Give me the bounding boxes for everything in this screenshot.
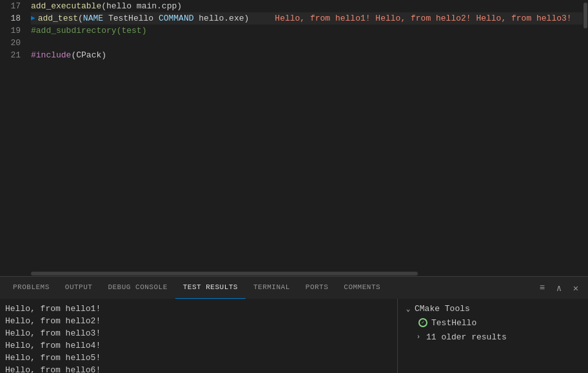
older-results-label: 11 older results: [426, 332, 507, 342]
line-number: 19: [8, 25, 21, 37]
code-line: #add_subdirectory(test): [31, 25, 583, 37]
panel-up-button[interactable]: ∧: [552, 281, 566, 295]
code-content[interactable]: add_executable(hello main.cpp)▶add_test(…: [26, 0, 583, 271]
code-line: #include(CPack): [31, 49, 583, 61]
code-token: (test): [117, 25, 147, 37]
inline-output: Hello, from hello1! Hello, from hello2! …: [275, 12, 571, 25]
panel-right-tree[interactable]: ⌄CMake ToolsTestHello›11 older results: [398, 299, 588, 373]
output-line: Hello, from hello4!: [5, 339, 392, 352]
test-item-label: TestHello: [431, 318, 476, 328]
test-group-label: CMake Tools: [415, 304, 470, 314]
tab-comments[interactable]: COMMENTS: [336, 277, 388, 299]
editor-scroll-area: 1718192021 add_executable(hello main.cpp…: [0, 0, 588, 271]
editor-container: 1718192021 add_executable(hello main.cpp…: [0, 0, 588, 276]
output-line: Hello, from hello5!: [5, 352, 392, 364]
test-tree: ⌄CMake ToolsTestHello›11 older results: [398, 299, 588, 347]
code-token: add_executable: [31, 0, 101, 12]
line-numbers: 1718192021: [0, 0, 26, 271]
pass-icon: [418, 318, 427, 327]
up-icon: ∧: [556, 283, 562, 294]
panel: PROBLEMSOUTPUTDEBUG CONSOLETEST RESULTST…: [0, 276, 588, 373]
clear-icon: ≡: [540, 283, 545, 293]
tab-problems[interactable]: PROBLEMS: [5, 277, 57, 299]
output-line: Hello, from hello6!: [5, 364, 392, 373]
line-number: 20: [8, 37, 21, 49]
line-number: 17: [8, 0, 21, 12]
panel-left-output[interactable]: Hello, from hello1!Hello, from hello2!He…: [0, 299, 398, 373]
clear-output-button[interactable]: ≡: [535, 281, 549, 295]
editor-vscrollbar-thumb: [583, 3, 587, 28]
tab-terminal[interactable]: TERMINAL: [246, 277, 298, 299]
panel-close-button[interactable]: ✕: [569, 281, 583, 295]
tab-output[interactable]: OUTPUT: [57, 277, 101, 299]
tab-ports[interactable]: PORTS: [298, 277, 337, 299]
line-number: 21: [8, 49, 21, 61]
code-token: (CPack): [71, 49, 106, 61]
panel-content: Hello, from hello1!Hello, from hello2!He…: [0, 299, 588, 373]
horizontal-scrollbar-area: [0, 271, 588, 276]
group-chevron-icon: ⌄: [403, 303, 413, 314]
older-results-chevron-icon: ›: [413, 334, 424, 341]
panel-actions: ≡∧✕: [535, 281, 583, 295]
code-token: COMMAND: [159, 12, 194, 25]
horizontal-scrollbar[interactable]: [31, 272, 418, 276]
tab-test-results[interactable]: TEST RESULTS: [175, 277, 246, 299]
panel-tabs: PROBLEMSOUTPUTDEBUG CONSOLETEST RESULTST…: [0, 276, 588, 299]
output-line: Hello, from hello1!: [5, 303, 392, 315]
code-token: TestHello: [103, 12, 159, 25]
code-token: (hello main.cpp): [101, 0, 182, 12]
older-results-item[interactable]: ›11 older results: [398, 330, 588, 344]
editor-vscrollbar[interactable]: [583, 0, 588, 271]
test-group-header[interactable]: ⌄CMake Tools: [398, 301, 588, 316]
tab-debug-console[interactable]: DEBUG CONSOLE: [100, 277, 175, 299]
code-token: add_test: [38, 12, 78, 25]
code-line: add_executable(hello main.cpp): [31, 0, 583, 12]
code-token: NAME: [83, 12, 103, 25]
current-line-arrow: ▶: [31, 12, 35, 25]
code-token: #include: [31, 49, 71, 61]
code-token: (: [78, 12, 83, 25]
code-line: ▶add_test(NAME TestHello COMMAND hello.e…: [31, 12, 583, 25]
code-token: #add_subdirectory: [31, 25, 117, 37]
line-number: 18: [8, 12, 21, 25]
close-icon: ✕: [573, 283, 578, 294]
code-token: hello.exe): [194, 12, 250, 25]
test-item[interactable]: TestHello: [398, 316, 588, 330]
output-line: Hello, from hello2!: [5, 315, 392, 327]
output-line: Hello, from hello3!: [5, 327, 392, 339]
code-line: [31, 37, 583, 49]
